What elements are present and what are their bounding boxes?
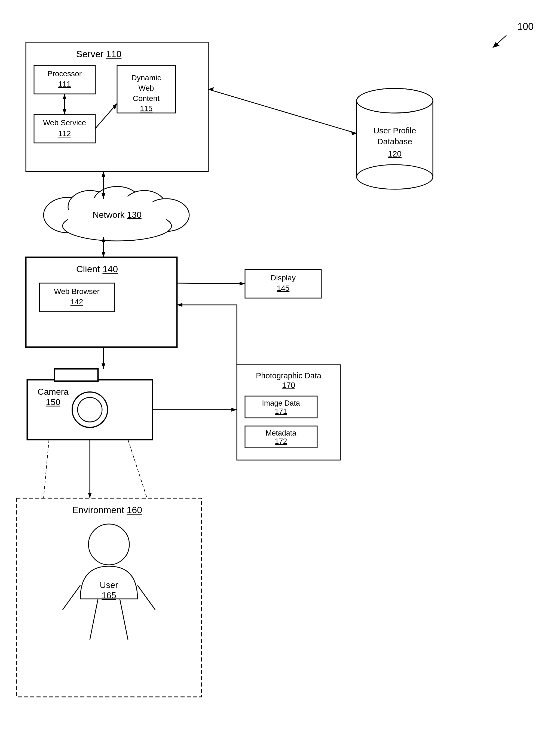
svg-line-37 xyxy=(120,599,128,640)
photo-data-box xyxy=(237,365,340,460)
photo-number: 170 xyxy=(282,381,295,390)
webbrowser-number: 142 xyxy=(71,298,83,306)
client-label: Client 140 xyxy=(76,264,118,274)
db-label1: User Profile xyxy=(374,126,416,135)
svg-marker-21 xyxy=(102,237,105,242)
diagram: 100 Server 110 Processor 111 Web Service… xyxy=(0,0,560,732)
svg-marker-22 xyxy=(102,252,105,257)
dynweb-label2: Web xyxy=(138,84,154,92)
svg-point-16 xyxy=(67,196,167,234)
processor-box xyxy=(34,65,95,94)
environment-label: Environment 160 xyxy=(72,505,142,515)
webservice-label: Web Service xyxy=(43,118,86,127)
user-body xyxy=(80,566,137,599)
user-head xyxy=(88,524,129,565)
dynweb-number: 115 xyxy=(140,104,153,113)
db-rect xyxy=(357,101,433,177)
display-label: Display xyxy=(271,274,296,282)
svg-marker-9 xyxy=(351,131,357,135)
svg-line-36 xyxy=(90,599,98,640)
metadata-label: Metadata xyxy=(266,429,297,437)
display-box xyxy=(245,269,321,298)
photo-label1: Photographic Data xyxy=(256,371,322,380)
webservice-number: 112 xyxy=(58,129,71,138)
db-number: 120 xyxy=(388,149,402,158)
svg-marker-4 xyxy=(63,109,66,114)
metadata-number: 172 xyxy=(275,437,287,445)
svg-line-35 xyxy=(137,585,155,610)
svg-marker-39 xyxy=(88,493,92,498)
svg-point-13 xyxy=(123,191,166,223)
camera-label: Camera xyxy=(38,387,69,397)
user-number: 165 xyxy=(102,590,116,600)
svg-marker-6 xyxy=(113,103,117,110)
svg-marker-19 xyxy=(102,193,105,199)
svg-marker-26 xyxy=(102,363,105,369)
camera-lens xyxy=(72,392,108,427)
svg-point-12 xyxy=(93,186,142,222)
svg-line-33 xyxy=(128,440,147,498)
environment-box xyxy=(16,498,201,697)
server-label: Server 110 xyxy=(76,49,121,59)
svg-point-11 xyxy=(68,191,112,223)
server-box xyxy=(26,42,208,171)
svg-point-15 xyxy=(63,211,172,241)
imagedata-box xyxy=(245,396,317,418)
svg-marker-1 xyxy=(493,42,500,48)
camera-top xyxy=(54,369,98,381)
svg-line-5 xyxy=(95,103,117,128)
network-label: Network 130 xyxy=(93,210,142,220)
svg-marker-24 xyxy=(240,282,245,286)
ref-number: 100 xyxy=(517,21,534,32)
svg-marker-18 xyxy=(102,171,105,177)
webservice-box xyxy=(34,114,95,143)
camera-lens-inner xyxy=(78,397,102,422)
display-number: 145 xyxy=(277,284,290,292)
processor-label: Processor xyxy=(47,69,82,78)
webbrowser-label: Web Browser xyxy=(54,287,100,296)
dynweb-label3: Content xyxy=(133,94,160,103)
dynweb-box xyxy=(117,65,176,113)
db-top-cover xyxy=(357,88,433,113)
camera-number: 150 xyxy=(46,397,60,407)
svg-marker-8 xyxy=(208,87,214,91)
svg-line-7 xyxy=(208,89,357,133)
svg-line-32 xyxy=(44,440,49,498)
camera-body xyxy=(27,380,152,440)
db-top-ellipse xyxy=(357,88,433,113)
svg-marker-3 xyxy=(63,94,66,99)
svg-line-23 xyxy=(177,283,245,284)
client-box xyxy=(26,257,177,347)
svg-marker-28 xyxy=(231,408,237,412)
svg-point-14 xyxy=(143,199,189,231)
imagedata-number: 171 xyxy=(275,407,287,415)
svg-line-34 xyxy=(63,585,80,610)
dynweb-label1: Dynamic xyxy=(131,73,161,82)
imagedata-label: Image Data xyxy=(262,399,300,407)
db-bottom-ellipse xyxy=(357,165,433,189)
webbrowser-box xyxy=(39,283,114,312)
db-label2: Database xyxy=(377,137,412,146)
metadata-box xyxy=(245,426,317,448)
svg-marker-31 xyxy=(177,303,182,307)
svg-line-0 xyxy=(493,35,506,48)
processor-number: 111 xyxy=(58,80,71,88)
user-label: User xyxy=(100,580,118,590)
svg-point-10 xyxy=(44,197,93,233)
